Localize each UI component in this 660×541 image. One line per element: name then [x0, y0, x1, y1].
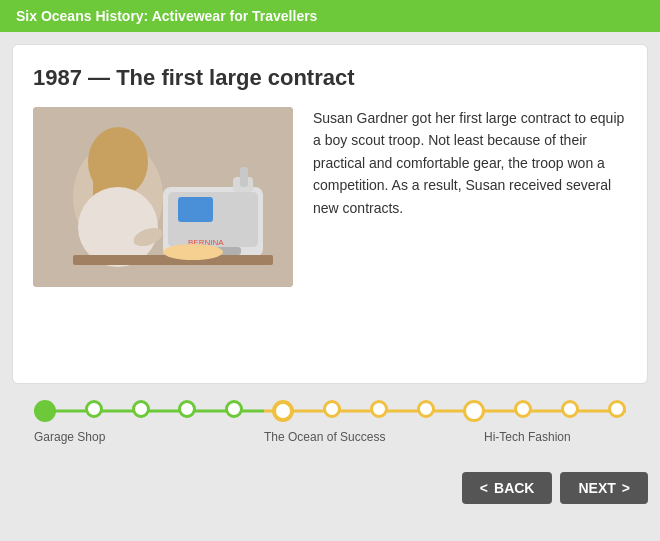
timeline-dot-2[interactable] [85, 400, 103, 418]
card-description: Susan Gardner got her first large contra… [313, 107, 627, 287]
timeline-dot-5[interactable] [225, 400, 243, 418]
timeline-dot-13[interactable] [608, 400, 626, 418]
label-group-1: Garage Shop [34, 430, 264, 444]
back-label: BACK [494, 480, 534, 496]
svg-rect-9 [240, 167, 248, 187]
main-content: 1987 — The first large contract [0, 32, 660, 464]
timeline-label-1: Garage Shop [34, 430, 264, 444]
next-button[interactable]: NEXT > [560, 472, 648, 504]
back-chevron-icon: < [480, 480, 488, 496]
footer: < BACK NEXT > [0, 464, 660, 512]
timeline-dot-4[interactable] [178, 400, 196, 418]
timeline-section: Garage Shop The Ocean of Success Hi-Tech… [12, 384, 648, 452]
timeline-dot-8[interactable] [370, 400, 388, 418]
timeline-dot-3[interactable] [132, 400, 150, 418]
card-title: 1987 — The first large contract [33, 65, 627, 91]
svg-point-13 [163, 244, 223, 260]
timeline-label-2: The Ocean of Success [264, 430, 484, 444]
label-group-2: The Ocean of Success [264, 430, 484, 444]
header-title: Six Oceans History: Activewear for Trave… [16, 8, 317, 24]
back-button[interactable]: < BACK [462, 472, 553, 504]
content-card: 1987 — The first large contract [12, 44, 648, 384]
timeline-dot-12[interactable] [561, 400, 579, 418]
label-group-3: Hi-Tech Fashion [484, 430, 626, 444]
timeline-track [24, 400, 636, 422]
page-header: Six Oceans History: Activewear for Trave… [0, 0, 660, 32]
next-chevron-icon: > [622, 480, 630, 496]
timeline-dot-11[interactable] [514, 400, 532, 418]
next-label: NEXT [578, 480, 615, 496]
timeline-dots [34, 400, 626, 422]
timeline-dot-1[interactable] [34, 400, 56, 422]
card-image: BERNINA [33, 107, 293, 287]
timeline-dot-10[interactable] [463, 400, 485, 422]
svg-rect-7 [178, 197, 213, 222]
timeline-label-3: Hi-Tech Fashion [484, 430, 626, 444]
timeline-labels: Garage Shop The Ocean of Success Hi-Tech… [24, 430, 636, 444]
timeline-dot-9[interactable] [417, 400, 435, 418]
card-body: BERNINA Susan Gardner got her first larg… [33, 107, 627, 287]
timeline-dot-6[interactable] [272, 400, 294, 422]
timeline-dot-7[interactable] [323, 400, 341, 418]
